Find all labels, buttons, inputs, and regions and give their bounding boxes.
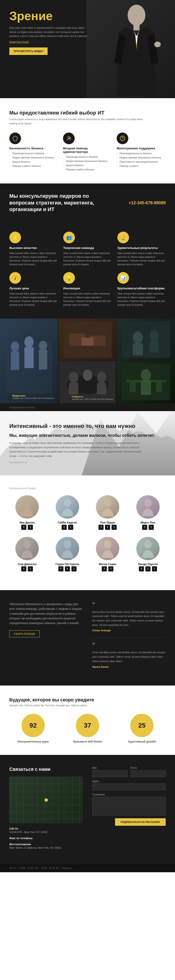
team-avatar-2 — [56, 495, 79, 519]
facebook-icon-1[interactable]: f — [21, 525, 26, 530]
facebook-icon-8[interactable]: f — [139, 566, 144, 571]
services-section: ⭐ Высокое качество Vitae suscipit tellus… — [0, 222, 175, 318]
stat-number-blocks: 37 — [84, 722, 91, 729]
twitter-icon-7[interactable]: t — [108, 566, 114, 571]
team-name-6: Гарри Паттерсон — [50, 563, 85, 566]
testimonial-divider — [92, 637, 166, 638]
instagram-icon-3[interactable]: i — [112, 525, 117, 530]
intensive-credit: Изображение из — [9, 461, 166, 464]
portfolio-grid: Маркетинг Sample text. Click to select t… — [0, 318, 175, 403]
security-icon — [9, 132, 21, 144]
portfolio-bg-2 — [58, 318, 117, 361]
instagram-icon-6[interactable]: i — [71, 566, 77, 571]
svg-rect-21 — [133, 343, 143, 355]
hero-cta-button[interactable]: ПРОСМОТРЕТЬ ВИДЕО — [9, 48, 47, 55]
service-innovation-title: Инновации — [63, 286, 112, 290]
team-avatar-7 — [96, 537, 119, 560]
it-card-admin-list: Производительность бизнеса Предоставлени… — [63, 155, 112, 172]
list-item: Производительность бизнеса — [117, 151, 166, 156]
svg-rect-18 — [82, 337, 93, 346]
team-name-7: Меган Скаво — [90, 563, 126, 566]
contact-info: Связаться с нами Call Us 1(234) 678 - Ne… — [9, 767, 83, 853]
twitter-icon-1[interactable]: t — [28, 525, 33, 530]
list-item: Предоставление безопасного бизнеса — [117, 156, 166, 160]
stat-circle-ideas: 92 — [22, 714, 45, 737]
quote-mark-2: " — [92, 642, 166, 648]
results-icon: 🏆 — [117, 232, 129, 243]
avatar-person-7 — [96, 537, 119, 560]
it-services-title: Мы предоставляем гибкий выбор ИТ — [9, 110, 166, 116]
it-card-security-title: Безопасность бизнеса — [9, 146, 58, 150]
svg-rect-36 — [156, 382, 162, 392]
portfolio-sample-flexibility: Sample text. Click to select the Text El… — [72, 398, 114, 400]
address-input[interactable] — [92, 783, 166, 791]
hero-man-silhouette — [107, 2, 166, 96]
svg-point-38 — [64, 498, 71, 507]
team-avatar-5 — [16, 537, 39, 560]
form-row-name-email: Имя Почта — [92, 767, 166, 777]
quote-mark-1: " — [92, 602, 166, 608]
team-avatar-4 — [136, 495, 159, 519]
twitter-icon-5[interactable]: t — [28, 566, 33, 571]
facebook-icon-7[interactable]: f — [102, 566, 107, 571]
avatar-person-6 — [56, 537, 79, 560]
service-team: 👥 Творческая команда Vitae suscipit tell… — [63, 232, 112, 266]
twitter-icon-6[interactable]: t — [65, 566, 70, 571]
svg-point-37 — [23, 498, 31, 507]
svg-point-9 — [11, 342, 19, 352]
intensive-section: Интенсивный - это именно то, что вам нуж… — [0, 411, 175, 476]
submit-button[interactable]: ПОДПИСАТЬСЯ НА РАССЫЛКУ — [115, 818, 166, 826]
name-input[interactable] — [92, 770, 128, 777]
name-label: Имя — [92, 767, 128, 769]
testimonial-author-2: Фрэнк Кинни — [92, 665, 166, 668]
twitter-icon-8[interactable]: t — [145, 566, 150, 571]
stat-circle-design: 25 — [130, 714, 153, 737]
hero-image-credit[interactable]: Image from Pexels — [9, 41, 89, 43]
svg-point-2 — [154, 41, 161, 47]
facebook-icon-5[interactable]: f — [21, 566, 26, 571]
team-member-8: Линда Ларсон f t i — [130, 537, 166, 571]
list-item: Защита бизнеса — [63, 163, 112, 167]
consult-banner: Мы консультируем лидеров по вопросам стр… — [0, 183, 175, 222]
facebook-icon-6[interactable]: f — [58, 566, 63, 571]
email-input[interactable] — [131, 770, 166, 777]
testimonials-right: " Sed ut illum est port facilius lacus. … — [92, 602, 166, 674]
svg-point-42 — [64, 540, 71, 549]
stat-design: 25 Адаптивный дизайн — [118, 714, 166, 743]
svg-point-44 — [144, 540, 152, 549]
testimonial-text-2: Proin sed libero proin sed facilisis lac… — [92, 650, 166, 663]
twitter-icon-3[interactable]: t — [105, 525, 110, 530]
svg-point-5 — [68, 137, 70, 138]
list-item: Помощь в работе — [117, 164, 166, 168]
testimonials-main-text: Обеспечьте безопасность и прозрачность с… — [9, 602, 83, 626]
hours-bar: Пн-Пт — 10:00 - 18:30, Сб — 10:00 - 14:3… — [0, 864, 175, 872]
service-platform-text: Vitae suscipit tellus mauris a diam maec… — [117, 292, 166, 307]
team-grid-row1: Ник Дюсон f t Габби Хадсон f t — [9, 495, 166, 530]
facebook-icon-3[interactable]: f — [98, 525, 104, 530]
address-label: Адрес — [92, 780, 166, 783]
intensive-subtitle: Мы, живущие элегантностью, делаем жалюзи… — [9, 433, 166, 438]
twitter-icon-4[interactable]: t — [149, 525, 154, 530]
team-name-2: Габби Хадсон — [50, 521, 85, 524]
message-textarea[interactable] — [92, 797, 166, 815]
list-item: Производительность бизнеса — [63, 155, 112, 159]
facebook-icon-4[interactable]: f — [142, 525, 147, 530]
it-card-security-list: Производительность бизнеса Предоставлени… — [9, 151, 58, 168]
svg-point-26 — [69, 372, 78, 383]
contact-section: Связаться с нами Call Us 1(234) 678 - Ne… — [0, 755, 175, 864]
service-results: 🏆 Удивительные результаты Vitae suscipit… — [117, 232, 166, 266]
portfolio-item-3 — [117, 318, 175, 361]
testimonial-author-1: Сёлин Алинда — [92, 629, 166, 632]
portfolio-credit: Изображение из Pexels — [9, 406, 35, 409]
portfolio-section: Маркетинг Sample text. Click to select t… — [0, 318, 175, 411]
svg-rect-30 — [97, 383, 106, 394]
svg-rect-1 — [134, 25, 140, 30]
instagram-icon-8[interactable]: i — [152, 566, 157, 571]
facebook-icon-2[interactable]: f — [61, 525, 67, 530]
twitter-icon-2[interactable]: t — [68, 525, 73, 530]
contact-call-label: Call Us — [9, 827, 83, 830]
portfolio-bg-4: Гибкость Sample text. Click to select th… — [58, 361, 117, 403]
svg-rect-10 — [11, 351, 19, 370]
learn-more-button[interactable]: УЗНАТЬ БОЛЬШЕ — [9, 630, 39, 637]
contact-form-container: Имя Почта Адрес Сообщение ПОДПИСАТЬСЯ НА… — [92, 767, 166, 853]
